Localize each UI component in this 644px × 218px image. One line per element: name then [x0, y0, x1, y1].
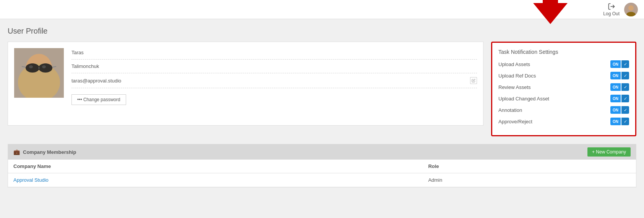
company-membership-header: 💼 Company Membership + New Company [8, 144, 636, 160]
notification-settings-title: Task Notification Settings [498, 49, 629, 55]
role-cell: Admin [423, 173, 636, 187]
upload-changed-check[interactable]: ✓ [621, 95, 629, 102]
notification-row-review-assets: Review Assets ON ✓ [498, 83, 629, 91]
review-assets-toggle[interactable]: ON ✓ [610, 83, 629, 91]
edit-email-button[interactable] [470, 77, 477, 84]
approve-reject-check[interactable]: ✓ [621, 118, 629, 125]
last-name-field: Talimonchuk [71, 60, 477, 73]
upload-ref-on-btn[interactable]: ON [610, 72, 621, 79]
svg-point-2 [628, 5, 634, 11]
upload-assets-check[interactable]: ✓ [621, 60, 629, 68]
company-membership-label: Company Membership [23, 149, 76, 155]
upload-assets-toggle[interactable]: ON ✓ [610, 60, 629, 68]
profile-fields: Taras Talimonchuk taras@approval.studio … [71, 48, 477, 119]
svg-point-13 [42, 65, 46, 68]
annotation-check[interactable]: ✓ [621, 106, 629, 114]
approve-reject-on-btn[interactable]: ON [610, 118, 621, 125]
upload-changed-toggle[interactable]: ON ✓ [610, 95, 629, 102]
table-header-row: Company Name Role [8, 160, 636, 173]
review-assets-label: Review Assets [498, 84, 531, 90]
svg-point-12 [29, 65, 33, 68]
upload-assets-label: Upload Assets [498, 61, 530, 67]
upload-assets-on-btn[interactable]: ON [610, 60, 621, 68]
profile-avatar [14, 48, 64, 98]
notification-row-upload-ref: Upload Ref Docs ON ✓ [498, 72, 629, 79]
avatar-photo [14, 48, 64, 98]
main-content: User Profile [0, 19, 644, 187]
first-name-field: Taras [71, 48, 477, 60]
notification-row-annotation: Annotation ON ✓ [498, 106, 629, 114]
notification-row-approve-reject: Approve/Reject ON ✓ [498, 118, 629, 125]
change-password-button[interactable]: ••• Change password [71, 94, 126, 105]
upload-ref-toggle[interactable]: ON ✓ [610, 72, 629, 79]
svg-point-7 [26, 63, 39, 73]
upper-section: Taras Talimonchuk taras@approval.studio … [8, 42, 636, 136]
annotation-on-btn[interactable]: ON [610, 106, 621, 114]
review-assets-check[interactable]: ✓ [621, 83, 629, 91]
upload-changed-on-btn[interactable]: ON [610, 95, 621, 102]
profile-card: Taras Talimonchuk taras@approval.studio … [8, 42, 483, 126]
logout-button[interactable]: Log Out [603, 3, 620, 16]
notification-settings-panel: Task Notification Settings Upload Assets… [491, 42, 636, 136]
annotation-label: Annotation [498, 107, 522, 113]
upload-ref-label: Upload Ref Docs [498, 73, 536, 79]
table-row: Approval Studio Admin [8, 173, 636, 187]
company-membership-section: 💼 Company Membership + New Company Compa… [8, 144, 636, 187]
page-title: User Profile [8, 27, 636, 36]
email-value: taras@approval.studio [71, 78, 121, 84]
company-name-cell[interactable]: Approval Studio [8, 173, 423, 187]
briefcase-icon: 💼 [13, 149, 20, 155]
company-name-header: Company Name [8, 160, 423, 173]
notification-row-upload-changed: Upload Changed Asset ON ✓ [498, 95, 629, 102]
notification-row-upload-assets: Upload Assets ON ✓ [498, 60, 629, 68]
svg-point-8 [39, 63, 52, 73]
user-avatar[interactable] [624, 3, 638, 16]
logout-label: Log Out [603, 11, 620, 16]
approve-reject-label: Approve/Reject [498, 119, 532, 124]
upload-ref-check[interactable]: ✓ [621, 72, 629, 79]
review-assets-on-btn[interactable]: ON [610, 83, 621, 91]
new-company-button[interactable]: + New Company [587, 147, 631, 157]
edit-icon [472, 79, 475, 82]
avatar-svg [14, 48, 64, 98]
approve-reject-toggle[interactable]: ON ✓ [610, 118, 629, 125]
role-header: Role [423, 160, 636, 173]
email-field: taras@approval.studio [71, 73, 477, 88]
avatar-image [624, 3, 638, 16]
company-membership-title-group: 💼 Company Membership [13, 149, 76, 155]
topbar: Log Out [0, 0, 644, 19]
company-table: Company Name Role Approval Studio Admin [8, 160, 636, 187]
logout-icon [608, 3, 615, 10]
upload-changed-label: Upload Changed Asset [498, 96, 549, 102]
annotation-toggle[interactable]: ON ✓ [610, 106, 629, 114]
